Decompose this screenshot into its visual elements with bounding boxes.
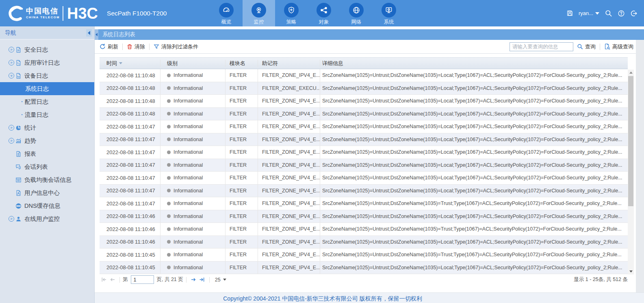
sidebar-item-user-info-center[interactable]: 用户信息中心: [0, 186, 94, 199]
log-level: Informational: [160, 120, 226, 133]
log-time: 2022-08-08 11:10:48: [100, 95, 160, 107]
toolbar-separator: [149, 44, 150, 50]
sidebar-item-config-log[interactable]: · 配置日志: [0, 95, 94, 108]
bullet-icon: ·: [21, 111, 23, 118]
user-menu[interactable]: ryan...: [579, 10, 599, 16]
sidebar-item-system-log[interactable]: 系统日志: [0, 82, 94, 95]
clear-column-filter-button[interactable]: 清除列过滤条件: [154, 43, 198, 50]
first-page-button[interactable]: [101, 277, 107, 283]
nav-item-network[interactable]: 网络: [340, 0, 373, 26]
sidebar-item-statistics[interactable]: » 统计: [0, 121, 94, 134]
column-header-module[interactable]: 模块名: [226, 60, 258, 67]
lb-session-icon: [15, 177, 22, 183]
log-module: FILTER: [226, 223, 258, 235]
expand-chevron-icon[interactable]: »: [9, 47, 14, 52]
china-telecom-logo-icon: [6, 4, 24, 23]
sidebar-item-label: 流量日志: [25, 111, 48, 119]
clear-button[interactable]: 清除: [127, 43, 145, 50]
level-dot-icon: [167, 266, 171, 269]
level-dot-icon: [167, 214, 171, 218]
search-icon[interactable]: [605, 9, 612, 17]
log-time: 2022-08-08 11:10:47: [100, 197, 160, 210]
column-header-level[interactable]: 级别: [160, 60, 226, 67]
page-number-input[interactable]: [131, 275, 154, 284]
sidebar-item-security-log[interactable]: » 安全日志: [0, 43, 94, 56]
column-header-mnemonic[interactable]: 助记符: [258, 60, 320, 67]
collapse-chevron-icon[interactable]: »: [9, 73, 14, 78]
table-row[interactable]: 2022-08-08 11:10:46 Informational FILTER…: [100, 210, 628, 223]
nav-item-system[interactable]: 系统: [373, 0, 405, 26]
column-header-time[interactable]: 时间: [100, 60, 160, 67]
table-row[interactable]: 2022-08-08 11:10:47 Informational FILTER…: [100, 172, 628, 185]
logout-icon[interactable]: [630, 10, 637, 17]
column-header-details[interactable]: 详细信息: [320, 60, 628, 67]
log-time: 2022-08-08 11:10:47: [100, 133, 160, 146]
advanced-query-button[interactable]: 高级查询: [604, 43, 633, 50]
first-page-icon: [101, 277, 107, 283]
sidebar-item-lb-session-info[interactable]: 负载均衡会话信息: [0, 173, 94, 186]
query-button[interactable]: 查询: [577, 43, 596, 50]
log-time: 2022-08-08 11:10:46: [100, 210, 160, 223]
log-mnemonic: FILTER_ZONE_IPV4_E...: [258, 185, 320, 197]
expand-chevron-icon[interactable]: »: [9, 60, 14, 65]
scroll-down-icon: [629, 270, 633, 272]
table-row[interactable]: 2022-08-08 11:10:48 Informational FILTER…: [100, 69, 628, 82]
scroll-down-button[interactable]: [628, 268, 634, 275]
table-row[interactable]: 2022-08-08 11:10:48 Informational FILTER…: [100, 108, 628, 121]
table-row[interactable]: 2022-08-08 11:10:47 Informational FILTER…: [100, 133, 628, 146]
table-row[interactable]: 2022-08-08 11:10:45 Informational FILTER…: [100, 262, 628, 275]
next-page-button[interactable]: [191, 277, 197, 283]
table-row[interactable]: 2022-08-08 11:10:47 Informational FILTER…: [100, 120, 628, 133]
tab-system-log-list[interactable]: 系统日志列表: [102, 31, 135, 38]
sidebar-item-online-user-monitor[interactable]: » 在线用户监控: [0, 212, 94, 225]
save-icon[interactable]: [566, 10, 573, 17]
help-icon[interactable]: [618, 10, 625, 17]
sidebar-item-trend[interactable]: » 趋势: [0, 134, 94, 147]
prev-page-button[interactable]: [109, 277, 115, 283]
table-row[interactable]: 2022-08-08 11:10:47 Informational FILTER…: [100, 146, 628, 159]
log-module: FILTER: [226, 120, 258, 133]
pagination-bar: 第 页, 共 21 页: [100, 274, 628, 285]
nav-item-monitor[interactable]: 监控: [243, 0, 275, 26]
app-window: 中国电信 CHINA TELECOM H3C SecPath F1000-T20…: [0, 0, 644, 303]
refresh-button[interactable]: 刷新: [100, 43, 118, 50]
table-row[interactable]: 2022-08-08 11:10:47 Informational FILTER…: [100, 197, 628, 210]
log-level-text: Informational: [173, 137, 203, 142]
bullet-icon: ·: [21, 98, 23, 105]
sidebar-item-app-audit-log[interactable]: » 应用审计日志: [0, 56, 94, 69]
search-input[interactable]: [510, 42, 573, 51]
next-page-icon: [191, 277, 197, 283]
table-row[interactable]: 2022-08-08 11:10:47 Informational FILTER…: [100, 159, 628, 172]
sidebar-splitter-button[interactable]: [95, 29, 98, 40]
nav-item-overview[interactable]: 概览: [210, 0, 243, 26]
sidebar-item-traffic-log[interactable]: · 流量日志: [0, 108, 94, 121]
sidebar-collapse-button[interactable]: [86, 29, 92, 37]
table-row[interactable]: 2022-08-08 11:10:48 Informational FILTER…: [100, 95, 628, 108]
last-page-button[interactable]: [199, 277, 205, 283]
scrollbar-thumb[interactable]: [628, 76, 633, 206]
sidebar-item-report[interactable]: 报表: [0, 147, 94, 160]
table-row[interactable]: 2022-08-08 11:10:48 Informational FILTER…: [100, 82, 628, 95]
page-size-select[interactable]: 25: [215, 277, 226, 283]
search-icon: [577, 44, 583, 50]
gauge-icon: [219, 3, 234, 17]
table-row[interactable]: 2022-08-08 11:10:46 Informational FILTER…: [100, 223, 628, 236]
level-dot-icon: [167, 125, 171, 129]
table-row[interactable]: 2022-08-08 11:10:45 Informational FILTER…: [100, 249, 628, 262]
nav-item-policy[interactable]: 策略: [275, 0, 308, 26]
monitor-camera-icon: [252, 3, 266, 17]
nav-item-objects[interactable]: 对象: [308, 0, 340, 26]
log-details: SrcZoneName(1025)=Untrust;DstZoneName(10…: [320, 159, 628, 172]
expand-chevron-icon[interactable]: »: [9, 138, 14, 144]
table-row[interactable]: 2022-08-08 11:10:47 Informational FILTER…: [100, 185, 628, 198]
chevron-down-icon: [595, 12, 599, 15]
log-details: SrcZoneName(1025)=Untrust;DstZoneName(10…: [320, 185, 628, 197]
expand-chevron-icon[interactable]: »: [9, 125, 14, 131]
scroll-up-button[interactable]: [628, 70, 634, 76]
table-row[interactable]: 2022-08-08 11:10:46 Informational FILTER…: [100, 236, 628, 249]
expand-chevron-icon[interactable]: »: [9, 216, 14, 222]
sidebar-item-session-list[interactable]: 会话列表: [0, 160, 94, 173]
sidebar-item-dns-cache-info[interactable]: DNS缓存信息: [0, 199, 94, 212]
vertical-scrollbar[interactable]: [628, 70, 634, 275]
sidebar-item-device-log[interactable]: » 设备日志: [0, 69, 94, 82]
